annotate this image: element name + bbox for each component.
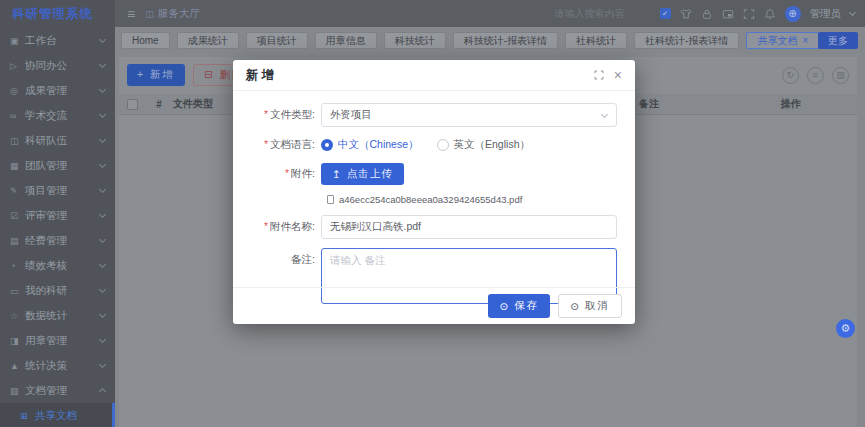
required-asterisk: * bbox=[264, 220, 268, 232]
user-avatar[interactable]: ⊕ bbox=[785, 6, 801, 22]
bell-icon[interactable] bbox=[764, 8, 776, 20]
sidebar-item-achievements[interactable]: ◎ 成果管理 bbox=[0, 78, 115, 103]
header-actions: ✓ ⊕ 管理员 bbox=[555, 6, 865, 22]
tab-achievement-stats[interactable]: 成果统计 bbox=[177, 32, 239, 49]
density-icon[interactable]: ≡ bbox=[807, 67, 824, 84]
research-team-icon: ◫ bbox=[10, 136, 25, 146]
cancel-icon: ⊙ bbox=[570, 300, 581, 312]
chevron-down-icon bbox=[99, 211, 106, 218]
data-statistics-icon: ☆ bbox=[10, 311, 25, 321]
team-management-icon: ▦ bbox=[10, 161, 25, 171]
attachment-label: *附件: bbox=[233, 167, 321, 181]
settings-gear-icon[interactable]: ⚙ bbox=[836, 319, 855, 338]
academic-exchange-icon: ∞ bbox=[10, 111, 25, 121]
uploaded-file-name: a46ecc254ca0b8eeea0a329424655d43.pdf bbox=[339, 194, 522, 205]
sidebar-item-research-team[interactable]: ◫ 科研队伍 bbox=[0, 128, 115, 153]
required-asterisk: * bbox=[264, 108, 268, 120]
decision-icon: ▲ bbox=[10, 361, 25, 371]
sidebar-item-team-management[interactable]: ▦ 团队管理 bbox=[0, 153, 115, 178]
sidebar-item-my-research[interactable]: ▭ 我的科研 bbox=[0, 278, 115, 303]
sidebar-item-seal-management[interactable]: ◨ 用章管理 bbox=[0, 328, 115, 353]
chevron-down-icon bbox=[99, 186, 106, 193]
chevron-down-icon bbox=[99, 161, 106, 168]
tab-social-stats[interactable]: 社科统计 bbox=[565, 32, 627, 49]
app-logo: 科研管理系统 bbox=[0, 0, 115, 28]
tab-bar: Home 成果统计 项目统计 用章信息 科技统计 科技统计-报表详情 社科统计 … bbox=[115, 27, 865, 54]
radio-english[interactable]: 英文（English） bbox=[437, 138, 530, 152]
review-management-icon: ☑ bbox=[10, 211, 25, 221]
dialog-header: 新增 × bbox=[233, 60, 635, 91]
sidebar-item-shared-docs[interactable]: ⊞ 共享文档 bbox=[0, 403, 115, 427]
theme-color-icon[interactable]: ✓ bbox=[660, 8, 671, 19]
close-icon[interactable]: × bbox=[614, 69, 622, 81]
sidebar-item-decision[interactable]: ▲ 统计决策 bbox=[0, 353, 115, 378]
hamburger-menu-icon[interactable]: ≡ bbox=[115, 6, 145, 22]
breadcrumb[interactable]: ◫ 服务大厅 bbox=[145, 7, 200, 21]
chevron-down-icon bbox=[99, 311, 106, 318]
document-icon bbox=[327, 195, 334, 204]
fullscreen-icon[interactable] bbox=[743, 8, 755, 20]
my-research-icon: ▭ bbox=[10, 286, 25, 296]
more-button[interactable]: 更多 bbox=[818, 32, 858, 49]
refresh-icon[interactable]: ↻ bbox=[782, 67, 799, 84]
tab-home[interactable]: Home bbox=[121, 32, 170, 49]
tab-scitech-stats[interactable]: 科技统计 bbox=[384, 32, 446, 49]
tab-scitech-report-detail[interactable]: 科技统计-报表详情 bbox=[453, 32, 558, 49]
tab-project-stats[interactable]: 项目统计 bbox=[246, 32, 308, 49]
column-settings-icon[interactable]: ▥ bbox=[832, 67, 849, 84]
radio-unselected-icon bbox=[437, 139, 449, 151]
chevron-up-icon bbox=[99, 388, 106, 395]
sidebar-item-academic-exchange[interactable]: ∞ 学术交流 bbox=[0, 103, 115, 128]
sidebar-item-data-statistics[interactable]: ☆ 数据统计 bbox=[0, 303, 115, 328]
file-type-select[interactable]: 外资项目 bbox=[321, 103, 617, 127]
chevron-down-icon bbox=[99, 361, 106, 368]
screenshot-icon[interactable] bbox=[722, 8, 734, 20]
chevron-down-icon bbox=[99, 111, 106, 118]
column-header-index: # bbox=[145, 99, 173, 110]
tab-seal-info[interactable]: 用章信息 bbox=[315, 32, 377, 49]
column-header-actions: 操作 bbox=[724, 97, 857, 111]
seal-management-icon: ◨ bbox=[10, 336, 25, 346]
attachment-name-input[interactable] bbox=[321, 215, 617, 239]
sidebar-item-funding-management[interactable]: ▤ 经费管理 bbox=[0, 228, 115, 253]
select-all-checkbox[interactable] bbox=[127, 99, 138, 110]
tab-shared-docs[interactable]: 共享文档 × bbox=[746, 32, 819, 49]
sidebar-item-workbench[interactable]: ▣ 工作台 bbox=[0, 28, 115, 53]
expand-icon[interactable] bbox=[594, 70, 604, 80]
add-button[interactable]: + 新增 bbox=[127, 64, 185, 86]
required-asterisk: * bbox=[264, 138, 268, 150]
language-radio-group: 中文（Chinese） 英文（English） bbox=[321, 136, 530, 154]
close-icon[interactable]: × bbox=[802, 33, 808, 48]
search-input[interactable] bbox=[555, 8, 651, 19]
chevron-down-icon bbox=[99, 36, 106, 43]
cancel-button[interactable]: ⊙取消 bbox=[558, 294, 622, 318]
trash-icon: ⊟ bbox=[204, 68, 215, 80]
app-root: 科研管理系统 ▣ 工作台 ▷ 协同办公 ◎ 成果管理 ∞ 学术交流 ◫ 科研队伍… bbox=[0, 0, 865, 427]
dialog-footer: ⊙保存 ⊙取消 bbox=[233, 287, 635, 324]
file-type-field: *文件类型: 外资项目 bbox=[233, 103, 617, 127]
sidebar-item-project-management[interactable]: ✎ 项目管理 bbox=[0, 178, 115, 203]
chevron-down-icon bbox=[849, 8, 856, 15]
skin-icon[interactable] bbox=[680, 8, 692, 20]
dialog-header-icons: × bbox=[594, 69, 622, 81]
sidebar-item-review-management[interactable]: ☑ 评审管理 bbox=[0, 203, 115, 228]
sidebar-item-performance[interactable]: ◔ 绩效考核 bbox=[0, 253, 115, 278]
sidebar-item-document-management[interactable]: ▧ 文档管理 bbox=[0, 378, 115, 403]
attachment-name-label: *附件名称: bbox=[233, 220, 321, 234]
radio-chinese[interactable]: 中文（Chinese） bbox=[321, 138, 419, 152]
upload-button[interactable]: ↥点击上传 bbox=[321, 163, 404, 185]
lock-icon[interactable] bbox=[701, 8, 713, 20]
sidebar-item-collaboration[interactable]: ▷ 协同办公 bbox=[0, 53, 115, 78]
save-button[interactable]: ⊙保存 bbox=[488, 294, 550, 318]
chevron-down-icon bbox=[99, 236, 106, 243]
remark-label: 备注: bbox=[233, 248, 321, 267]
tab-social-report-detail[interactable]: 社科统计-报表详情 bbox=[634, 32, 739, 49]
chevron-down-icon bbox=[99, 336, 106, 343]
chevron-down-icon bbox=[99, 286, 106, 293]
username-label[interactable]: 管理员 bbox=[810, 7, 842, 21]
document-management-icon: ▧ bbox=[10, 386, 25, 396]
collaboration-icon: ▷ bbox=[10, 61, 25, 71]
uploaded-file-item[interactable]: a46ecc254ca0b8eeea0a329424655d43.pdf bbox=[233, 194, 617, 205]
chevron-down-icon bbox=[99, 61, 106, 68]
chevron-down-icon bbox=[99, 86, 106, 93]
